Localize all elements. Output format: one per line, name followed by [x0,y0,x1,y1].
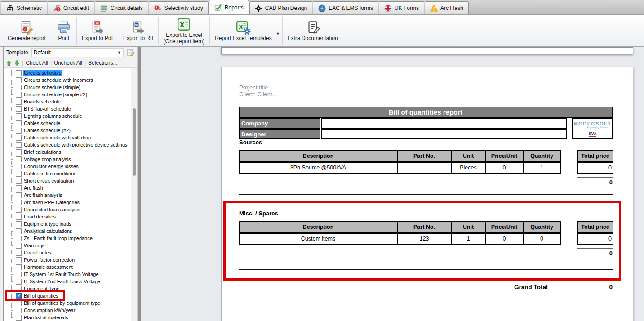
checkbox[interactable] [16,250,22,256]
checkbox[interactable] [16,192,22,198]
report-item-connected-loads-analysis[interactable]: Connected loads analysis [4,206,131,213]
report-item-arc-flash-ppe-categories[interactable]: Arc flash PPE Categories [4,199,131,206]
tab-arc-flash[interactable]: Arc Flash [425,1,469,14]
report-item-arc-flash-analysis[interactable]: Arc flash analysis [4,192,131,199]
print-button[interactable]: Print [52,19,76,42]
report-item-voltage-drop-analysis[interactable]: Voltage drop analysis [4,156,131,163]
tab-circuit-details[interactable]: Circuit details [95,1,148,14]
checkbox-checked[interactable] [16,293,22,299]
tab-circuit-edit[interactable]: Circuit edit [48,1,94,14]
generate-report-button[interactable]: Generate report [4,19,50,42]
checkbox[interactable] [16,214,22,220]
checkbox[interactable] [16,135,22,141]
extra-documentation-button[interactable]: Extra Documentation [284,19,342,42]
report-item-it-system-2nd-fault-touch-voltage[interactable]: IT System 2nd Fault Touch Voltage [4,278,131,285]
checkbox[interactable] [16,142,22,148]
tree-scrollbar[interactable] [131,68,137,321]
template-combobox[interactable]: Default ▼ [31,48,124,57]
report-item-circuit-notes[interactable]: Circuit notes [4,249,131,256]
tab-schematic[interactable]: Schematic [1,1,47,14]
report-item-brief-calculations[interactable]: Brief calculations [4,148,131,156]
report-item-bill-of-quantities-by-equipment-type[interactable]: Bill of quantities by equipment type [4,299,131,307]
tab-uk-forms[interactable]: UK Forms [379,1,424,14]
checkbox[interactable] [16,178,22,184]
report-item-cables-schedule-with-volt-drop[interactable]: Cables schedule with volt drop [4,134,131,141]
tab-eac-ems-forms[interactable]: EAC & EMS forms [313,1,378,14]
panel-splitter[interactable] [138,47,141,321]
tab-selectivity-study[interactable]: Selectivity study [149,1,209,14]
report-item-harmonic-assessment[interactable]: Harmonic assessment [4,263,131,271]
report-item-circuits-schedule-simple[interactable]: Circuits schedule (simple) [4,84,131,91]
report-item-plan-list-of-materials[interactable]: Plan list of materials [4,314,131,321]
check-all-button[interactable]: Check All [26,60,48,66]
report-item-lighting-columns-schedule[interactable]: Lighting columns schedule [4,112,131,120]
checkbox[interactable] [16,300,22,306]
uk-flag-icon [384,4,392,12]
checkbox[interactable] [16,70,22,76]
scrollbar-thumb[interactable] [133,108,136,176]
report-item-conductor-energy-losses[interactable]: Conductor energy losses [4,163,131,170]
dropdown-caret-icon[interactable]: ▼ [276,31,280,36]
checkbox[interactable] [16,106,22,112]
report-excel-templates-button[interactable]: XReport Excel Templates [211,19,276,42]
report-item-cables-schedule-2[interactable]: Cables schedule (#2) [4,127,131,134]
checkbox[interactable] [16,185,22,191]
report-item-consumption-kwh-year[interactable]: Consumption kWh/year [4,307,131,314]
report-item-circuits-schedule-simple-2[interactable]: Circuits schedule (simple #2) [4,91,131,98]
checkbox[interactable] [16,200,22,205]
report-item-short-circuit-evaluation[interactable]: Short circuit evaluation [4,177,131,184]
uncheck-all-button[interactable]: Uncheck All [54,60,82,66]
report-item-circuits-schedule[interactable]: Circuits schedule [4,69,131,76]
checkbox[interactable] [16,243,22,249]
export-to-rtf-button[interactable]: WExport to Rtf [119,19,157,42]
checkbox[interactable] [16,279,22,285]
edit-template-icon[interactable] [127,49,135,57]
collapsed-side-strip [0,47,4,321]
move-down-icon[interactable] [14,60,20,66]
export-to-excel-button[interactable]: XExport to Excel(One report item) [160,16,209,45]
report-item-cables-schedule-with-protective-device-settings[interactable]: Cables schedule with protective device s… [4,141,131,148]
checkbox[interactable] [16,128,22,134]
report-item-equipment-type[interactable]: Equipment Type [4,285,131,292]
checkbox[interactable] [16,315,22,321]
report-item-equipment-type-loads[interactable]: Equipment type loads [4,220,131,227]
selections-button[interactable]: Selections... [88,60,117,66]
report-item-bts-tap-off-schedule[interactable]: BTS Tap-off schedule [4,105,131,112]
report-item-power-factor-correction[interactable]: Power factor correction [4,256,131,263]
report-item-cables-schedule[interactable]: Cables schedule [4,120,131,127]
checkbox[interactable] [16,156,22,162]
checkbox[interactable] [16,120,22,126]
report-item-warnings[interactable]: Warnings [4,242,131,249]
move-up-icon[interactable] [6,60,12,66]
report-item-load-densities[interactable]: Load densities [4,213,131,220]
tab-cad-plan-design[interactable]: CAD Plan Design [249,1,312,14]
report-item-cables-in-fire-conditions[interactable]: Cables in fire conditions [4,170,131,177]
report-item-bill-of-quantities[interactable]: Bill of quantities [4,292,131,299]
checkbox[interactable] [16,257,22,263]
report-item-analytical-calculations[interactable]: Analytical calculations [4,227,131,235]
export-to-pdf-button[interactable]: PDFExport to Pdf [78,19,117,42]
checkbox[interactable] [16,85,22,90]
checkbox[interactable] [16,272,22,277]
item-label: Cables schedule with protective device s… [23,142,129,147]
report-item-boards-schedule[interactable]: Boards schedule [4,98,131,105]
checkbox[interactable] [16,164,22,169]
checkbox[interactable] [16,236,22,241]
checkbox[interactable] [16,308,22,313]
checkbox[interactable] [16,99,22,105]
checkbox[interactable] [16,264,22,270]
report-item-arc-flash[interactable]: Arc flash [4,184,131,192]
checkbox[interactable] [16,207,22,213]
checkbox[interactable] [16,77,22,83]
checkbox[interactable] [16,221,22,227]
report-item-zs-earth-fault-loop-impedance[interactable]: Zs - Earth fault loop impedance [4,235,131,242]
checkbox[interactable] [16,92,22,98]
report-item-circuits-schedule-with-incomers[interactable]: Circuits schedule with incomers [4,76,131,84]
checkbox[interactable] [16,113,22,119]
checkbox[interactable] [16,286,22,292]
checkbox[interactable] [16,171,22,177]
report-item-it-system-1st-fault-touch-voltage[interactable]: IT System 1st Fault Touch Voltage [4,271,131,278]
checkbox[interactable] [16,228,22,234]
checkbox[interactable] [16,149,22,155]
tab-reports[interactable]: Reports [209,0,249,14]
